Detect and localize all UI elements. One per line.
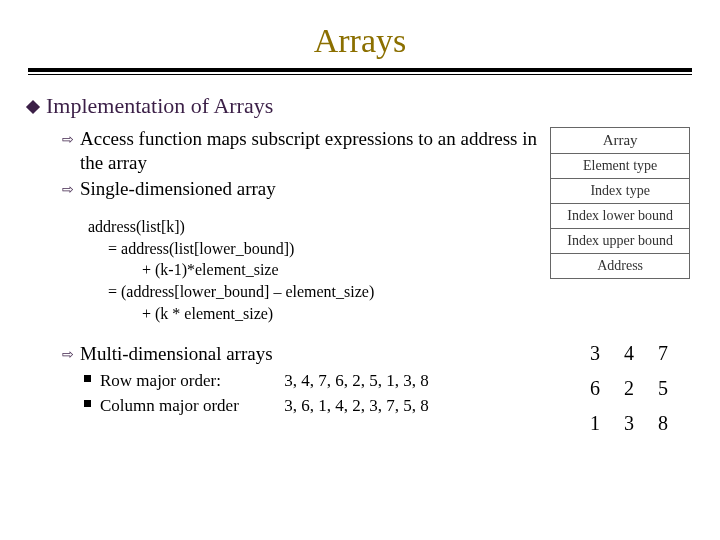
section-heading-text: Implementation of Arrays — [46, 93, 273, 118]
bullet-text: Access function maps subscript expressio… — [80, 128, 537, 173]
matrix-cell: 8 — [646, 406, 680, 441]
bullet-row-major: Row major order: 3, 4, 7, 6, 2, 5, 1, 3,… — [84, 368, 578, 394]
array-descriptor-table: Array Element type Index type Index lowe… — [550, 127, 690, 279]
arrow-icon: ⇨ — [62, 131, 74, 149]
bullet-list-level2: Row major order: 3, 4, 7, 6, 2, 5, 1, 3,… — [84, 368, 578, 419]
table-cell: Array — [551, 128, 690, 154]
table-cell: Index lower bound — [551, 204, 690, 229]
bullet-text: Single-dimensioned array — [80, 178, 276, 199]
order-label: Column major order — [100, 393, 280, 419]
bullet-column-major: Column major order 3, 6, 1, 4, 2, 3, 7, … — [84, 393, 578, 419]
arrow-icon: ⇨ — [62, 181, 74, 199]
bullet-list-level1: ⇨ Access function maps subscript express… — [62, 127, 550, 200]
order-sequence: 3, 6, 1, 4, 2, 3, 7, 5, 8 — [284, 396, 429, 415]
matrix-cell: 2 — [612, 371, 646, 406]
matrix-cell: 5 — [646, 371, 680, 406]
code-line: address(list[k]) — [88, 216, 550, 238]
title-rule — [0, 68, 720, 75]
bullet-single-dim: ⇨ Single-dimensioned array — [62, 177, 550, 201]
matrix-cell: 4 — [612, 336, 646, 371]
order-label: Row major order: — [100, 368, 280, 394]
address-formula: address(list[k]) = address(list[lower_bo… — [88, 216, 550, 324]
page-title: Arrays — [0, 0, 720, 68]
code-line: = (address[lower_bound] – element_size) — [88, 281, 550, 303]
square-icon — [84, 400, 91, 407]
matrix-cell: 6 — [578, 371, 612, 406]
code-line: + (k-1)*element_size — [88, 259, 550, 281]
matrix-cell: 1 — [578, 406, 612, 441]
matrix-cell: 3 — [578, 336, 612, 371]
matrix-cell: 3 — [612, 406, 646, 441]
bullet-text: Multi-dimensional arrays — [80, 343, 273, 364]
section-heading: Implementation of Arrays — [28, 93, 692, 119]
order-sequence: 3, 4, 7, 6, 2, 5, 1, 3, 8 — [284, 371, 429, 390]
table-cell: Element type — [551, 154, 690, 179]
code-line: = address(list[lower_bound]) — [88, 238, 550, 260]
table-cell: Index type — [551, 179, 690, 204]
matrix-cell: 7 — [646, 336, 680, 371]
arrow-icon: ⇨ — [62, 346, 74, 364]
table-cell: Index upper bound — [551, 229, 690, 254]
table-cell: Address — [551, 254, 690, 279]
bullet-access-function: ⇨ Access function maps subscript express… — [62, 127, 550, 175]
square-icon — [84, 375, 91, 382]
code-line: + (k * element_size) — [88, 303, 550, 325]
diamond-icon — [26, 100, 40, 114]
bullet-multi-dim: ⇨ Multi-dimensional arrays — [62, 342, 578, 366]
example-matrix: 3 4 7 6 2 5 1 3 8 — [578, 336, 680, 441]
